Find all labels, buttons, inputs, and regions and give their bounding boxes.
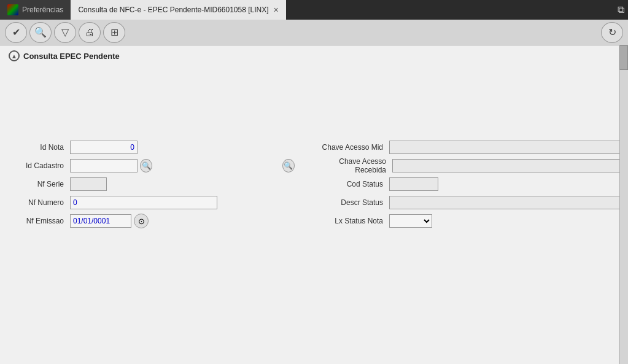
grid-icon: ⊞ xyxy=(110,26,118,38)
id-cadastro-search-button[interactable]: 🔍 xyxy=(140,159,152,172)
id-cadastro-row: Id Cadastro 🔍 🔍 xyxy=(12,158,295,173)
check-icon: ✔ xyxy=(12,26,20,38)
tab-group: Preferências Consulta de NFC-e - EPEC Pe… xyxy=(0,0,286,20)
grid-button[interactable]: ⊞ xyxy=(103,22,125,43)
nf-numero-row: Nf Numero xyxy=(12,195,295,210)
id-nota-row: Id Nota xyxy=(12,140,295,155)
refresh-icon: ↻ xyxy=(608,26,616,38)
chave-acesso-recebida-label: Chave Acesso Recebida xyxy=(307,157,390,174)
descr-status-row: Descr Status xyxy=(307,195,622,210)
chave-acesso-mid-row: Chave Acesso Mid xyxy=(307,140,622,155)
tab-preferencias[interactable]: Preferências xyxy=(0,0,71,20)
nf-serie-label: Nf Serie xyxy=(12,180,68,188)
title-bar-right: ⧉ xyxy=(618,4,624,15)
form-area: Id Nota Id Cadastro 🔍 🔍 Nf Serie xyxy=(0,66,628,241)
lx-status-nota-label: Lx Status Nota xyxy=(307,217,387,225)
chave-acesso-mid-label: Chave Acesso Mid xyxy=(307,143,387,152)
tab-main[interactable]: Consulta de NFC-e - EPEC Pendente-MID660… xyxy=(71,0,285,20)
nf-numero-input[interactable] xyxy=(70,196,217,209)
chave-acesso-recebida-input[interactable] xyxy=(392,159,622,172)
id-cadastro-input[interactable] xyxy=(70,159,138,172)
cod-status-input[interactable] xyxy=(389,177,438,191)
id-nota-input[interactable] xyxy=(70,141,138,154)
print-button[interactable]: 🖨 xyxy=(79,22,101,43)
close-tab-button[interactable]: × xyxy=(274,6,279,14)
filter-button[interactable]: ▽ xyxy=(54,22,76,43)
check-button[interactable]: ✔ xyxy=(5,22,27,43)
extra-search-button[interactable]: 🔍 xyxy=(282,159,295,172)
scrollbar[interactable] xyxy=(619,45,628,364)
descr-status-input[interactable] xyxy=(389,196,622,209)
content-area: ▲ Consulta EPEC Pendente Id Nota Id Cada… xyxy=(0,45,628,364)
id-cadastro-label: Id Cadastro xyxy=(12,161,68,170)
nf-emissao-row: Nf Emissao ⊙ xyxy=(12,214,295,228)
cod-status-label: Cod Status xyxy=(307,180,387,188)
tab-main-label: Consulta de NFC-e - EPEC Pendente-MID660… xyxy=(78,6,268,14)
cod-status-row: Cod Status xyxy=(307,177,622,192)
chave-acesso-mid-input[interactable] xyxy=(389,141,622,154)
search-small-icon: 🔍 xyxy=(142,161,151,170)
section-icon: ▲ xyxy=(9,50,20,61)
lx-status-nota-select[interactable] xyxy=(389,214,432,228)
calendar-icon: ⊙ xyxy=(138,217,145,226)
lx-status-nota-row: Lx Status Nota xyxy=(307,214,622,228)
title-bar: Preferências Consulta de NFC-e - EPEC Pe… xyxy=(0,0,628,20)
scrollbar-thumb[interactable] xyxy=(619,45,628,70)
calendar-button[interactable]: ⊙ xyxy=(134,214,149,228)
toolbar: ✔ 🔍 ▽ 🖨 ⊞ ↻ xyxy=(0,20,628,45)
chave-acesso-recebida-row: Chave Acesso Recebida xyxy=(307,158,622,173)
filter-icon: ▽ xyxy=(61,26,69,38)
form-right: Chave Acesso Mid Chave Acesso Recebida C… xyxy=(307,140,622,228)
app-icon xyxy=(7,4,18,15)
refresh-button[interactable]: ↻ xyxy=(601,22,623,43)
nf-emissao-input[interactable] xyxy=(70,214,131,228)
tab-preferencias-label: Preferências xyxy=(22,6,63,14)
form-left: Id Nota Id Cadastro 🔍 🔍 Nf Serie xyxy=(12,140,295,228)
nf-emissao-label: Nf Emissao xyxy=(12,217,68,225)
nf-serie-input[interactable] xyxy=(70,177,107,191)
nf-numero-label: Nf Numero xyxy=(12,198,68,207)
section-header: ▲ Consulta EPEC Pendente xyxy=(0,45,628,66)
restore-button[interactable]: ⧉ xyxy=(618,4,624,15)
search-button[interactable]: 🔍 xyxy=(29,22,52,43)
descr-status-label: Descr Status xyxy=(307,198,387,207)
search-small-icon-2: 🔍 xyxy=(284,161,293,170)
search-icon: 🔍 xyxy=(34,26,47,38)
section-title: Consulta EPEC Pendente xyxy=(23,52,120,61)
print-icon: 🖨 xyxy=(85,27,95,38)
id-nota-label: Id Nota xyxy=(12,143,68,152)
nf-serie-row: Nf Serie xyxy=(12,177,295,192)
